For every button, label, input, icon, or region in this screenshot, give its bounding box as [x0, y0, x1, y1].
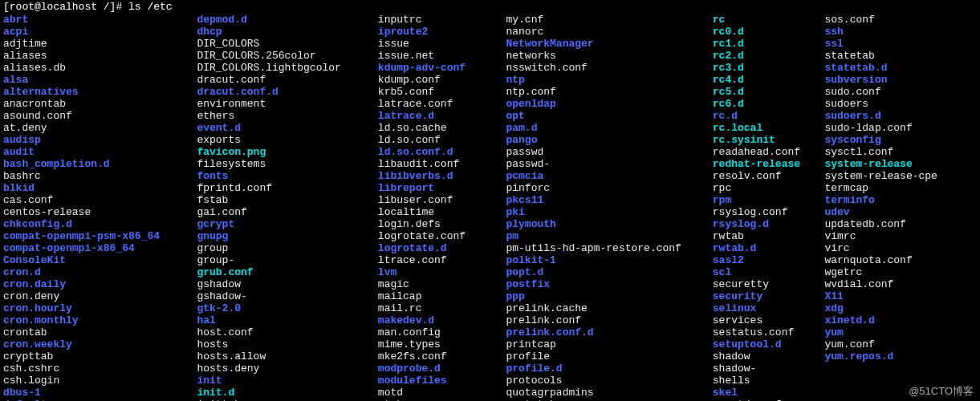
file-entry: latrace.conf [378, 99, 506, 111]
file-entry: ntp [506, 75, 712, 87]
file-entry: depmod.d [197, 14, 377, 26]
file-entry: libreport [378, 183, 506, 195]
file-entry: pm [506, 231, 712, 243]
file-entry: DIR_COLORS.256color [197, 51, 377, 63]
file-entry: NetworkManager [506, 38, 712, 51]
file-entry: rc6.d [713, 99, 825, 111]
file-entry: pinforc [506, 183, 712, 195]
file-entry: my.cnf [506, 14, 712, 26]
file-entry: ppp [506, 291, 712, 303]
file-entry: networks [506, 51, 712, 63]
file-entry: krb5.conf [378, 87, 506, 99]
listing-column: my.cnfnanorcNetworkManagernetworksnsswit… [506, 14, 712, 401]
file-entry: nanorc [506, 26, 712, 38]
file-entry: rc.local [713, 123, 825, 135]
file-entry: gtk-2.0 [197, 303, 377, 315]
file-entry: polkit-1 [506, 255, 712, 267]
file-entry: pkcs11 [506, 195, 712, 207]
file-entry: crontab [3, 327, 197, 339]
file-entry: dracut.conf.d [197, 87, 377, 99]
file-entry: asound.conf [3, 111, 197, 123]
file-entry: postfix [506, 279, 712, 291]
file-entry: resolv.conf [713, 171, 825, 183]
file-entry: redhat-release [713, 159, 825, 171]
file-entry: DIR_COLORS.lightbgcolor [197, 63, 377, 75]
file-entry: bashrc [3, 171, 197, 183]
file-entry: nsswitch.conf [506, 63, 712, 75]
file-entry: yum [824, 327, 977, 339]
file-entry: gshadow- [197, 291, 377, 303]
file-entry: adjtime [3, 38, 197, 51]
file-entry: rc2.d [713, 51, 825, 63]
file-entry: rc.d [713, 111, 825, 123]
file-entry: dbus-1 [3, 387, 197, 399]
file-entry: dhcp [197, 26, 377, 38]
file-entry: sasl2 [713, 255, 825, 267]
file-entry: at.deny [3, 123, 197, 135]
file-entry: ltrace.conf [378, 255, 506, 267]
file-entry: ssl [824, 38, 977, 51]
file-entry: fprintd.conf [197, 183, 377, 195]
file-entry: group [197, 243, 377, 255]
file-entry: kdump-adv-conf [378, 63, 506, 75]
file-entry: login.defs [378, 219, 506, 231]
file-entry: anacrontab [3, 99, 197, 111]
file-entry: terminfo [824, 195, 977, 207]
file-entry: centos-release [3, 207, 197, 219]
file-entry: rpc [713, 183, 825, 195]
file-entry: alsa [3, 75, 197, 87]
file-entry: mime.types [378, 339, 506, 351]
file-entry: sos.conf [824, 14, 977, 26]
file-entry: acpi [3, 26, 197, 38]
file-entry: rc [713, 14, 825, 26]
file-entry: makedev.d [378, 315, 506, 327]
file-entry: cron.hourly [3, 303, 197, 315]
file-entry: exports [197, 135, 377, 147]
file-entry: subversion [824, 75, 977, 87]
file-entry: shells [713, 375, 825, 387]
file-entry: rc5.d [713, 87, 825, 99]
file-entry: libibverbs.d [378, 171, 506, 183]
file-entry: ld.so.conf [378, 135, 506, 147]
file-entry: rc0.d [713, 26, 825, 38]
file-entry: rsyslog.d [713, 219, 825, 231]
prompt-line: [root@localhost /]# ls /etc [3, 2, 977, 14]
file-entry: system-release [824, 159, 977, 171]
listing-column: rcrc0.drc1.drc2.drc3.drc4.drc5.drc6.drc.… [713, 14, 825, 401]
file-entry: rc4.d [713, 75, 825, 87]
file-entry: issue [378, 38, 506, 51]
file-entry: yum.repos.d [824, 351, 977, 363]
watermark: @51CTO博客 [909, 386, 974, 398]
file-entry: rpm [713, 195, 825, 207]
file-entry: popt.d [506, 267, 712, 279]
file-entry: ConsoleKit [3, 255, 197, 267]
file-entry: sestatus.conf [713, 327, 825, 339]
file-entry: cas.conf [3, 195, 197, 207]
file-entry: selinux [713, 303, 825, 315]
file-entry: updatedb.conf [824, 219, 977, 231]
file-entry: prelink.cache [506, 303, 712, 315]
file-entry: mke2fs.conf [378, 351, 506, 363]
file-entry: virc [824, 243, 977, 255]
file-entry: magic [378, 279, 506, 291]
file-entry: termcap [824, 183, 977, 195]
file-entry: sysctl.conf [824, 147, 977, 159]
file-entry: iproute2 [378, 26, 506, 38]
ls-listing: abrtacpiadjtimealiasesaliases.dbalsaalte… [3, 14, 977, 401]
file-entry: environment [197, 99, 377, 111]
file-entry: sudoers [824, 99, 977, 111]
file-entry: aliases [3, 51, 197, 63]
file-entry: host.conf [197, 327, 377, 339]
file-entry: wvdial.conf [824, 279, 977, 291]
file-entry: passwd [506, 147, 712, 159]
file-entry: cron.monthly [3, 315, 197, 327]
file-entry: printcap [506, 339, 712, 351]
file-entry: rc.sysinit [713, 135, 825, 147]
file-entry: mailcap [378, 291, 506, 303]
file-entry: statetab [824, 51, 977, 63]
file-entry: init [197, 375, 377, 387]
file-entry: udev [824, 207, 977, 219]
file-entry: ld.so.cache [378, 123, 506, 135]
file-entry: xdg [824, 303, 977, 315]
file-entry: services [713, 315, 825, 327]
